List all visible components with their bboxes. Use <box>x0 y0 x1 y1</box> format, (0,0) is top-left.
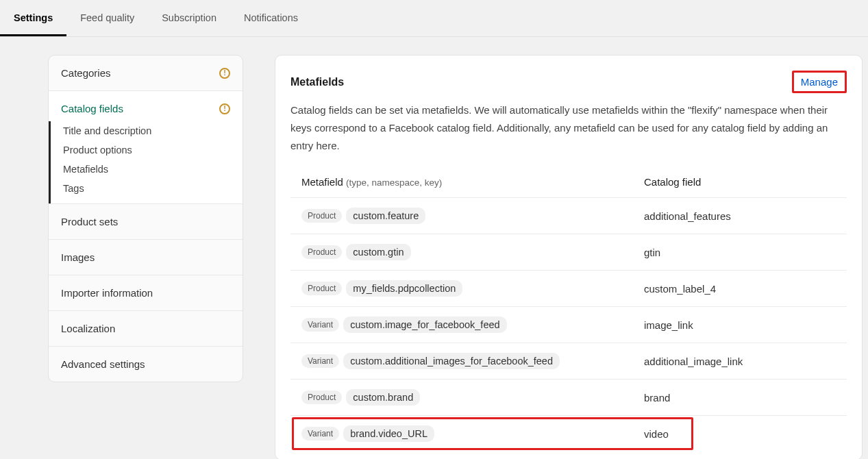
sidebar-panel: Categories Catalog fields Title and desc… <box>48 55 243 382</box>
manage-button[interactable]: Manage <box>792 71 847 93</box>
metafield-type-pill: Variant <box>301 318 339 332</box>
sidebar-group-catalog-fields: Catalog fields Title and descriptionProd… <box>49 91 243 204</box>
sidebar-item-label: Categories <box>61 67 111 79</box>
card-header: Metafields Manage <box>290 71 847 93</box>
table-header-catalog: Catalog field <box>644 176 836 188</box>
sidebar-item-label: Product sets <box>61 216 118 227</box>
metafield-type-pill: Product <box>301 245 342 259</box>
metafield-type-pill: Variant <box>301 427 339 441</box>
sidebar-item-label: Advanced settings <box>61 358 145 370</box>
metafield-type-pill: Product <box>301 282 342 295</box>
tab-settings[interactable]: Settings <box>0 0 66 36</box>
sidebar-item-label: Localization <box>61 323 115 334</box>
row-metafield-cell: Productcustom.gtin <box>301 244 644 260</box>
row-metafield-cell: Productmy_fields.pdpcollection <box>301 280 644 297</box>
row-catalog-cell: video <box>644 428 836 440</box>
sidebar-item-product-sets[interactable]: Product sets <box>49 204 243 240</box>
metafield-type-pill: Product <box>301 209 342 223</box>
row-metafield-cell: Productcustom.feature <box>301 208 644 224</box>
warning-icon <box>219 68 230 79</box>
sidebar-item-catalog-fields[interactable]: Catalog fields <box>49 91 243 121</box>
card-title: Metafields <box>290 76 344 88</box>
table-row[interactable]: Productcustom.gtingtin <box>290 234 847 270</box>
sidebar-item-advanced-settings[interactable]: Advanced settings <box>49 347 243 382</box>
metafield-key-pill: custom.image_for_facebook_feed <box>343 317 506 333</box>
card-description: Catalog fields can be set via metafields… <box>290 101 847 154</box>
sidebar-sub-product-options[interactable]: Product options <box>51 140 243 160</box>
table-row[interactable]: Variantbrand.video_URLvideo <box>290 415 847 451</box>
sidebar-item-localization[interactable]: Localization <box>49 311 243 347</box>
row-metafield-cell: Productcustom.brand <box>301 389 644 406</box>
metafield-key-pill: brand.video_URL <box>343 425 434 442</box>
table-row[interactable]: Productcustom.brandbrand <box>290 379 847 415</box>
sidebar-item-importer-information[interactable]: Importer information <box>49 275 243 311</box>
tab-subscription[interactable]: Subscription <box>148 0 230 36</box>
metafield-key-pill: my_fields.pdpcollection <box>346 280 462 297</box>
warning-icon <box>219 103 230 114</box>
metafields-card: Metafields Manage Catalog fields can be … <box>275 55 863 459</box>
metafield-key-pill: custom.gtin <box>346 244 410 260</box>
table-header: Metafield (type, namespace, key) Catalog… <box>290 171 847 197</box>
row-catalog-cell: additional_features <box>644 210 836 222</box>
sidebar: Categories Catalog fields Title and desc… <box>48 55 243 459</box>
sidebar-sub-tags[interactable]: Tags <box>51 179 243 203</box>
row-catalog-cell: gtin <box>644 247 836 258</box>
table-header-left-label: Metafield <box>301 176 343 188</box>
table-row[interactable]: Productcustom.featureadditional_features <box>290 197 847 234</box>
row-metafield-cell: Variantbrand.video_URL <box>301 425 644 442</box>
row-catalog-cell: custom_label_4 <box>644 283 836 295</box>
row-catalog-cell: brand <box>644 392 836 404</box>
table-header-left-hint: (type, namespace, key) <box>346 177 442 188</box>
sidebar-sub-title-and-description[interactable]: Title and description <box>51 121 243 140</box>
sidebar-item-label: Catalog fields <box>61 103 123 114</box>
sidebar-item-label: Images <box>61 251 95 263</box>
row-metafield-cell: Variantcustom.image_for_facebook_feed <box>301 317 644 333</box>
tab-feed-quality[interactable]: Feed quality <box>66 0 148 36</box>
tabs-bar: SettingsFeed qualitySubscriptionNotifica… <box>0 0 868 37</box>
table-row[interactable]: Variantcustom.additional_images_for_face… <box>290 343 847 379</box>
tab-notifications[interactable]: Notifications <box>230 0 312 36</box>
row-metafield-cell: Variantcustom.additional_images_for_face… <box>301 353 644 369</box>
metafield-key-pill: custom.additional_images_for_facebook_fe… <box>343 353 560 369</box>
sidebar-item-images[interactable]: Images <box>49 240 243 275</box>
sidebar-sub-metafields[interactable]: Metafields <box>51 160 243 179</box>
content: Categories Catalog fields Title and desc… <box>0 37 868 459</box>
metafield-key-pill: custom.brand <box>346 389 420 406</box>
table-row[interactable]: Productmy_fields.pdpcollectioncustom_lab… <box>290 270 847 306</box>
metafields-table: Metafield (type, namespace, key) Catalog… <box>290 171 847 451</box>
row-catalog-cell: image_link <box>644 319 836 331</box>
metafield-key-pill: custom.feature <box>346 208 425 224</box>
row-catalog-cell: additional_image_link <box>644 356 836 367</box>
metafield-type-pill: Variant <box>301 354 339 368</box>
sidebar-item-categories[interactable]: Categories <box>49 55 243 91</box>
table-header-metafield: Metafield (type, namespace, key) <box>301 176 644 188</box>
metafield-type-pill: Product <box>301 390 342 404</box>
sidebar-sub-wrap: Title and descriptionProduct optionsMeta… <box>49 121 243 203</box>
main: Metafields Manage Catalog fields can be … <box>275 55 863 459</box>
sidebar-item-label: Importer information <box>61 287 153 299</box>
table-row[interactable]: Variantcustom.image_for_facebook_feedima… <box>290 306 847 343</box>
